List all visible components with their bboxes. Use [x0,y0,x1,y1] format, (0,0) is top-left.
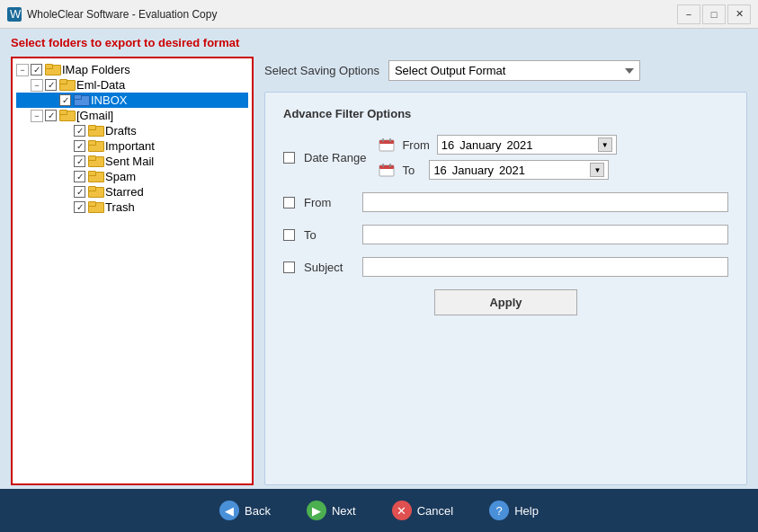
cancel-label: Cancel [417,504,453,518]
cancel-icon: ✕ [392,501,412,520]
next-icon: ▶ [307,501,326,520]
label-starred: Starred [105,185,144,199]
check-starred[interactable] [74,186,85,198]
page-header: Select folders to export to desired form… [0,29,758,53]
from-month: January [459,138,501,152]
apply-button[interactable]: Apply [434,289,576,315]
date-range-row: Date Range From [283,135,728,180]
content-area: − IMap Folders − Eml-Data INBOX [0,53,758,489]
check-sentmail[interactable] [74,155,85,167]
check-daterange[interactable] [283,152,295,164]
date-from-row: From 16 January 2021 ▼ [379,135,616,155]
subject-label: Subject [304,261,353,274]
check-inbox[interactable] [59,94,71,106]
check-drafts[interactable] [74,125,85,137]
check-subject[interactable] [283,262,295,273]
date-from-parts: 16 January 2021 [441,138,594,152]
app-icon: W [7,7,22,22]
folder-tree-panel: − IMap Folders − Eml-Data INBOX [11,57,254,485]
to-label: To [402,164,422,177]
to-email-row: To [283,225,728,244]
saving-options-row: Select Saving Options Select Output Form… [264,57,747,84]
from-year: 2021 [506,138,532,152]
folder-icon-imap [45,64,59,75]
date-to-row: To 16 January 2021 ▼ [379,160,616,180]
date-from-input[interactable]: 16 January 2021 ▼ [437,135,617,155]
expand-emldata[interactable]: − [31,79,43,92]
label-emldata: Eml-Data [76,78,125,92]
folder-icon-trash [88,201,103,213]
output-format-select[interactable]: Select Output Format PST MBOX EML MSG PD… [388,60,640,81]
check-to[interactable] [283,229,295,241]
tree-item-inbox[interactable]: INBOX [16,93,248,108]
to-year: 2021 [499,164,525,177]
calendar-from-icon [379,137,395,152]
help-label: Help [514,504,539,518]
to-email-input[interactable] [362,225,728,244]
from-label: From [402,138,429,152]
folder-icon-sentmail [88,155,103,167]
to-day: 16 [433,164,446,177]
label-imap: IMap Folders [62,63,130,76]
label-inbox: INBOX [91,93,127,107]
next-button[interactable]: ▶ Next [298,497,365,524]
svg-rect-3 [379,140,394,144]
close-button[interactable]: ✕ [727,4,751,24]
filter-box: Advance Filter Options Date Range [264,92,747,485]
footer: ◀ Back ▶ Next ✕ Cancel ? Help [0,489,758,532]
tree-item-emldata[interactable]: − Eml-Data [16,77,248,93]
minimize-button[interactable]: − [677,4,700,24]
check-gmail[interactable] [45,110,57,121]
check-imap[interactable] [31,64,42,75]
cancel-button[interactable]: ✕ Cancel [383,497,462,524]
tree-item-starred[interactable]: Starred [16,184,248,200]
back-button[interactable]: ◀ Back [210,497,280,524]
check-spam[interactable] [74,171,85,182]
window-title: WholeClear Software - Evaluation Copy [27,8,677,21]
expand-imap[interactable]: − [16,64,29,76]
tree-item-drafts[interactable]: Drafts [16,123,248,138]
date-to-input[interactable]: 16 January 2021 ▼ [429,160,609,180]
folder-icon-important [88,140,103,152]
tree-item-spam[interactable]: Spam [16,169,248,184]
tree-item-trash[interactable]: Trash [16,200,248,215]
date-from-dropdown[interactable]: ▼ [598,137,612,152]
maximize-button[interactable]: □ [702,4,726,24]
tree-item-gmail[interactable]: − [Gmail] [16,108,248,123]
check-trash[interactable] [74,201,85,213]
help-icon: ? [489,501,509,520]
from-email-input[interactable] [362,192,728,212]
label-sentmail: Sent Mail [105,155,154,168]
date-to-parts: 16 January 2021 [433,164,586,177]
next-label: Next [332,504,356,518]
date-to-dropdown[interactable]: ▼ [590,163,604,177]
tree-item-imap[interactable]: − IMap Folders [16,62,248,77]
folder-icon-gmail [59,110,74,121]
check-important[interactable] [74,140,85,152]
svg-text:W: W [10,7,22,21]
svg-rect-7 [379,165,394,169]
subject-input[interactable] [362,257,728,277]
tree-item-sentmail[interactable]: Sent Mail [16,154,248,169]
expand-gmail[interactable]: − [31,110,43,122]
from-day: 16 [441,138,454,152]
check-emldata[interactable] [45,79,57,91]
subject-row: Subject [283,257,728,277]
folder-icon-drafts [88,125,103,137]
right-panel: Select Saving Options Select Output Form… [264,57,747,485]
to-email-label: To [304,228,353,242]
folder-icon-inbox [74,94,88,106]
tree-item-important[interactable]: Important [16,138,248,154]
saving-options-label: Select Saving Options [264,64,379,77]
back-label: Back [245,504,271,518]
label-trash: Trash [105,200,135,214]
folder-icon-spam [88,171,103,182]
folder-icon-emldata [59,79,74,91]
label-important: Important [105,139,155,153]
back-icon: ◀ [219,501,239,520]
check-from[interactable] [283,197,295,208]
filter-title: Advance Filter Options [283,107,728,120]
from-email-label: From [304,196,353,209]
help-button[interactable]: ? Help [480,497,548,524]
daterange-label: Date Range [304,151,366,164]
